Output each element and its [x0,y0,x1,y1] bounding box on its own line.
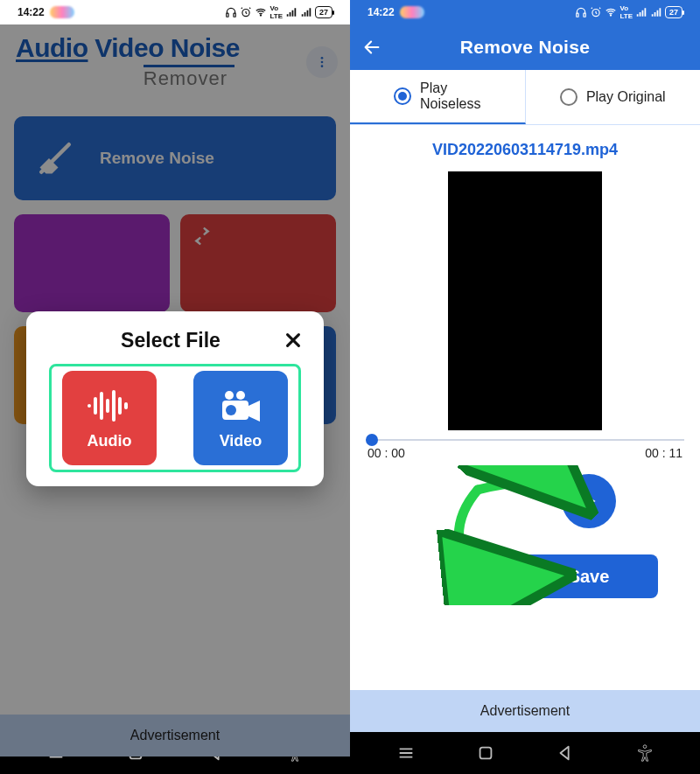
time-total: 00 : 11 [645,446,682,460]
svg-rect-0 [227,13,228,17]
nav-recents-button[interactable] [396,743,416,763]
select-audio-label: Audio [88,432,132,450]
svg-point-18 [643,745,647,749]
close-icon [284,331,303,350]
save-label: Save [569,567,610,587]
status-bar: 14:22 VoLTE 27 [0,0,350,24]
alarm-icon [240,6,252,18]
svg-rect-13 [577,13,578,17]
signal1-icon [635,6,648,18]
nav-home-button[interactable] [476,743,495,763]
status-notif-blur [50,6,74,18]
appbar-title: Remove Noise [362,37,688,58]
svg-rect-1 [234,13,235,17]
seek-thumb[interactable] [366,434,378,446]
svg-rect-14 [584,13,585,17]
signal2-icon [300,6,312,18]
svg-point-8 [236,391,245,400]
time-elapsed: 00 : 00 [368,446,405,460]
tab-play-original[interactable]: Play Original [526,70,701,124]
wifi-icon [255,6,267,18]
nav-accessibility-button[interactable] [635,743,654,763]
svg-point-16 [611,15,612,16]
battery-icon: 27 [665,6,682,18]
nav-back-button[interactable] [556,743,575,763]
radio-unselected-icon [560,88,578,106]
select-audio-button[interactable]: Audio [62,371,157,465]
select-file-modal: Select File Aud [26,311,324,486]
signal1-icon [285,6,298,18]
filename-label: VID20220603114719.mp4 [350,141,700,159]
status-notif-blur [400,6,424,18]
ad-banner[interactable]: Advertisement [350,690,700,732]
svg-rect-17 [480,748,491,759]
headphones-icon [225,6,237,18]
svg-point-7 [225,391,234,400]
play-mode-tabs: Play Noiseless Play Original [350,70,700,125]
svg-point-10 [226,405,236,415]
wifi-icon [605,6,617,18]
video-preview[interactable] [448,171,602,430]
volte-icon: VoLTE [270,6,283,18]
status-time: 14:22 [18,6,45,18]
save-button[interactable]: Save [520,554,658,598]
alarm-icon [590,6,602,18]
select-video-button[interactable]: Video [193,371,288,465]
play-button[interactable] [562,474,616,528]
select-video-label: Video [220,432,262,450]
tab-play-noiseless[interactable]: Play Noiseless [350,70,526,124]
headphones-icon [575,6,587,18]
battery-icon: 27 [315,6,332,18]
seek-slider[interactable] [366,439,684,441]
modal-close-button[interactable] [280,327,306,353]
video-camera-icon [220,388,262,423]
signal2-icon [650,6,662,18]
modal-title: Select File [26,329,280,352]
system-nav-bar [350,732,700,774]
svg-point-3 [261,15,262,16]
status-time: 14:22 [368,6,395,18]
play-icon [578,490,600,513]
status-bar: 14:22 VoLTE 27 [350,0,700,24]
radio-selected-icon [394,87,411,105]
tab-noiseless-label: Play Noiseless [420,80,480,113]
volte-icon: VoLTE [620,6,633,18]
waveform-icon [86,388,133,423]
tab-original-label: Play Original [586,89,666,105]
